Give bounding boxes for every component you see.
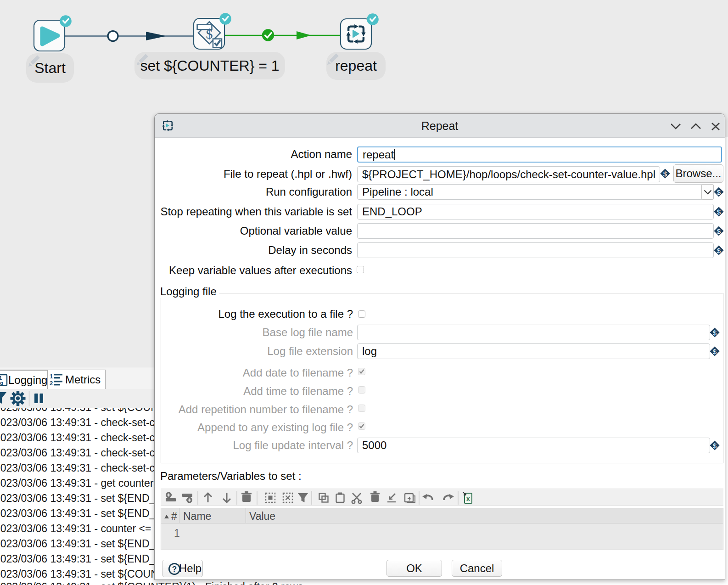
svg-text:1: 1 [50,373,53,380]
svg-text:$: $ [717,208,721,216]
svg-text:x: x [466,495,470,502]
svg-text:g: g [0,380,3,386]
svg-text:$: $ [717,227,721,235]
svg-text:$: $ [713,329,717,337]
svg-text:$: $ [663,170,667,178]
svg-text:$: $ [717,247,721,254]
svg-text:2: 2 [50,380,53,387]
svg-text:$: $ [717,188,721,196]
svg-text:$: $ [713,348,717,355]
svg-text:?: ? [172,565,177,574]
svg-text:$: $ [713,442,717,450]
